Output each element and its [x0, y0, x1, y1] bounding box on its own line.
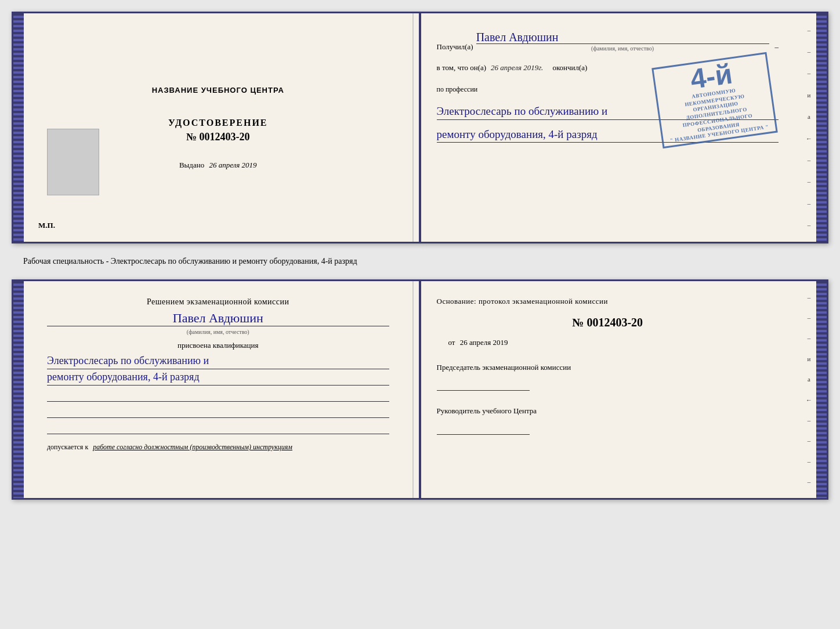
qual-line1: Электрослесарь по обслуживанию и [47, 353, 389, 369]
bottom-spine-left [13, 281, 24, 498]
b-edge-mark-5: а [808, 376, 810, 383]
b-edge-mark-6: ← [806, 397, 812, 403]
edge-mark-8: – [808, 178, 811, 185]
b-edge-mark-3: – [808, 335, 811, 341]
assigned-label: присвоена квалификация [47, 341, 389, 350]
book-spine-left [13, 13, 24, 242]
middle-text: Рабочая специальность - Электрослесарь п… [12, 254, 828, 269]
issued-date: 26 апреля 2019 [209, 161, 256, 169]
cert-number: № 0012403-20 [186, 131, 250, 143]
from-date-line: от 26 апреля 2019 [448, 338, 779, 347]
completed-date: 26 апреля 2019г. [491, 63, 543, 72]
name-placeholder-top: (фамилия, имя, отчество) [476, 45, 769, 52]
name-placeholder-bottom: (фамилия, имя, отчество) [47, 329, 389, 335]
decision-title: Решением экзаменационной комиссии [47, 296, 389, 308]
chairman-label: Председатель экзаменационной комиссии [437, 362, 779, 373]
b-edge-mark-2: – [808, 314, 811, 321]
stamp-overlay: 4-й АВТОНОМНУЮ НЕКОММЕРЧЕСКУЮ ОРГАНИЗАЦИ… [651, 52, 778, 148]
tom-label: в том, что он(а) [437, 63, 487, 72]
bottom-spine-right [816, 281, 827, 498]
edge-mark-3: – [808, 70, 811, 77]
completed-label: окончил(а) [552, 63, 587, 72]
cert-right-page: Получил(а) Павел Авдюшин (фамилия, имя, … [414, 13, 802, 242]
edge-mark-1: – [808, 27, 811, 34]
empty-line-1 [47, 390, 389, 402]
edge-mark-9: – [808, 200, 811, 207]
cert-left-page: НАЗВАНИЕ УЧЕБНОГО ЦЕНТРА УДОСТОВЕРЕНИЕ №… [24, 13, 414, 242]
b-edge-mark-9: – [808, 458, 811, 465]
b-edge-mark-4: и [808, 355, 811, 362]
book-spine-right [816, 13, 827, 242]
basis-title: Основание: протокол экзаменационной коми… [437, 296, 779, 307]
edge-mark-7: – [808, 157, 811, 163]
bottom-certificate-book: Решением экзаменационной комиссии Павел … [12, 279, 828, 500]
b-edge-mark-7: – [808, 417, 811, 424]
page-wrapper: НАЗВАНИЕ УЧЕБНОГО ЦЕНТРА УДОСТОВЕРЕНИЕ №… [12, 12, 828, 500]
bottom-left-page: Решением экзаменационной комиссии Павел … [24, 281, 414, 498]
empty-line-3 [47, 423, 389, 434]
person-name-large: Павел Авдюшин [47, 311, 389, 326]
allowed-text: работе согласно должностным (производств… [93, 443, 292, 451]
recipient-name: Павел Авдюшин [476, 31, 769, 44]
issued-line: Выдано 26 апреля 2019 [179, 161, 257, 170]
learning-center-title: НАЗВАНИЕ УЧЕБНОГО ЦЕНТРА [152, 86, 284, 94]
bottom-right-page: Основание: протокол экзаменационной коми… [414, 281, 802, 498]
chairman-signature-line [437, 390, 530, 391]
protocol-number: № 0012403-20 [437, 316, 779, 329]
director-label: Руководитель учебного Центра [437, 405, 779, 417]
allowed-label: допускается к [47, 443, 88, 451]
bottom-right-edge-marks: – – – и а ← – – – – [802, 281, 816, 498]
b-edge-mark-8: – [808, 437, 811, 444]
qual-line2: ремонту оборудования, 4-й разряд [47, 369, 389, 386]
from-date-value: 26 апреля 2019 [460, 338, 508, 347]
cert-type-label: УДОСТОВЕРЕНИЕ [168, 118, 268, 128]
b-edge-mark-10: – [808, 478, 811, 485]
empty-line-2 [47, 406, 389, 418]
right-edge-marks: – – – и а ← – – – – [802, 13, 816, 242]
b-edge-mark-1: – [808, 294, 811, 301]
received-line: Получил(а) Павел Авдюшин (фамилия, имя, … [437, 31, 779, 52]
photo-placeholder [47, 129, 99, 195]
edge-mark-10: – [808, 221, 811, 228]
edge-mark-4: и [808, 92, 811, 99]
director-signature-line [437, 434, 530, 435]
received-label: Получил(а) [437, 42, 473, 52]
from-label: от [448, 338, 455, 347]
edge-mark-5: а [808, 113, 810, 120]
top-certificate-book: НАЗВАНИЕ УЧЕБНОГО ЦЕНТРА УДОСТОВЕРЕНИЕ №… [12, 12, 828, 243]
mp-label: М.П. [38, 221, 55, 230]
edge-mark-2: – [808, 48, 811, 55]
issued-label: Выдано [179, 161, 204, 169]
allowed-line: допускается к работе согласно должностны… [47, 443, 389, 452]
edge-mark-6: ← [806, 135, 812, 142]
